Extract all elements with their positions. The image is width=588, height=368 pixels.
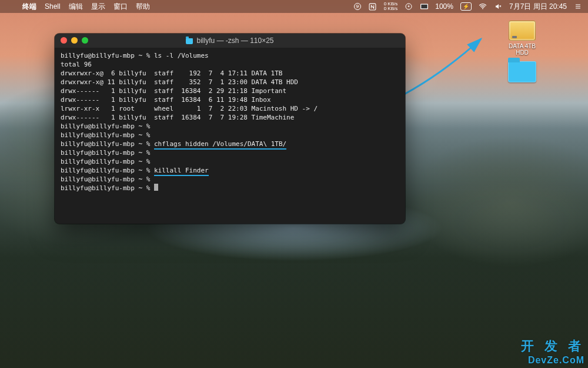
cmd-killall: killall Finder — [154, 167, 209, 176]
menubar-item-shell[interactable]: Shell — [45, 2, 61, 11]
desktop-drive-label: DATA 4TB HDD — [503, 43, 541, 56]
folder-icon — [508, 61, 536, 82]
input-source-icon[interactable] — [420, 2, 428, 11]
terminal-window[interactable]: billyfu — -zsh — 110×25 billyfu@billyfu-… — [55, 34, 405, 224]
window-minimize-button[interactable] — [71, 37, 78, 44]
terminal-output[interactable]: billyfu@billyfu-mbp ~ % ls -l /Volumes t… — [55, 48, 405, 224]
desktop-drive-data4tb[interactable]: DATA 4TB HDD — [503, 21, 541, 56]
prompt: billyfu@billyfu-mbp ~ % — [61, 167, 150, 174]
cmd-ls: ls -l /Volumes — [154, 52, 209, 59]
menubar-item-edit[interactable]: 编辑 — [69, 2, 83, 12]
ls-row: drwx------ 1 billyfu staff 16384 2 29 21… — [61, 87, 286, 95]
terminal-titlebar[interactable]: billyfu — -zsh — 110×25 — [55, 34, 405, 48]
terminal-cursor — [154, 184, 158, 191]
ls-row: drwx------ 1 billyfu staff 16384 7 7 19:… — [61, 114, 294, 121]
terminal-title: billyfu — -zsh — 110×25 — [196, 37, 273, 45]
window-zoom-button[interactable] — [82, 37, 88, 44]
prompt: billyfu@billyfu-mbp ~ % — [61, 131, 150, 139]
svg-point-5 — [482, 8, 483, 9]
battery-percent: 100% — [435, 2, 453, 11]
menubar-item-window[interactable]: 窗口 — [113, 2, 128, 12]
notification-center-icon[interactable] — [574, 2, 582, 11]
ls-row: drwxrwxr-x@ 11 billyfu staff 352 7 1 23:… — [61, 78, 298, 86]
download-indicator-icon[interactable] — [405, 2, 413, 11]
ls-row: drwxrwxr-x@ 6 billyfu staff 192 7 4 17:1… — [61, 69, 283, 77]
pinterest-icon[interactable] — [353, 2, 362, 11]
prompt: billyfu@billyfu-mbp ~ % — [61, 122, 150, 130]
external-drive-icon — [509, 21, 536, 41]
menubar-app-name[interactable]: 终端 — [22, 2, 36, 12]
svg-point-0 — [354, 4, 360, 10]
window-close-button[interactable] — [61, 37, 67, 44]
prompt: billyfu@billyfu-mbp ~ % — [61, 149, 150, 157]
macos-menubar: 终端 Shell 编辑 显示 窗口 帮助 0 KB/s 0 KB/s 100% … — [0, 0, 588, 13]
battery-icon[interactable]: ⚡ — [460, 2, 472, 11]
wifi-icon[interactable] — [479, 2, 487, 11]
prompt: billyfu@billyfu-mbp ~ % — [61, 184, 150, 192]
titlebar-folder-icon — [186, 38, 193, 44]
svg-rect-4 — [421, 5, 427, 9]
prompt: billyfu@billyfu-mbp ~ % — [61, 140, 150, 148]
cmd-chflags: chflags hidden /Volumes/DATA\ 1TB/ — [154, 140, 286, 150]
prompt: billyfu@billyfu-mbp ~ % — [61, 158, 150, 165]
desktop-wallpaper: 终端 Shell 编辑 显示 窗口 帮助 0 KB/s 0 KB/s 100% … — [0, 0, 588, 368]
network-speed-indicator[interactable]: 0 KB/s 0 KB/s — [384, 2, 398, 11]
menubar-clock[interactable]: 7月7日 周日 20:45 — [509, 2, 567, 12]
menubar-item-help[interactable]: 帮助 — [136, 2, 150, 12]
apple-logo-icon[interactable] — [6, 2, 14, 11]
desktop-folder[interactable] — [503, 61, 541, 85]
ls-total: total 96 — [61, 61, 92, 68]
notion-icon[interactable] — [369, 2, 377, 11]
watermark: 开 发 者 DevZe.CoM — [521, 337, 584, 366]
mute-icon[interactable] — [494, 2, 502, 11]
prompt: billyfu@billyfu-mbp ~ % — [61, 175, 150, 183]
prompt: billyfu@billyfu-mbp ~ % — [61, 52, 150, 59]
ls-row: lrwxr-xr-x 1 root wheel 1 7 2 22:03 Maci… — [61, 105, 318, 112]
menubar-item-view[interactable]: 显示 — [91, 2, 105, 12]
ls-row: drwx------ 1 billyfu staff 16384 6 11 19… — [61, 96, 271, 104]
